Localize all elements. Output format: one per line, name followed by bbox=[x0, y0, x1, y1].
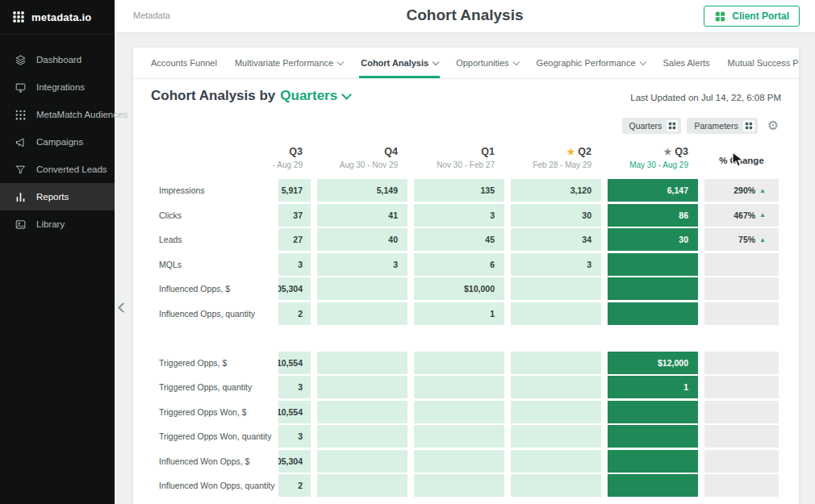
table-row: Triggered Opps Won, $10,554 bbox=[151, 401, 779, 423]
row-label: Influenced Won Opps, $ bbox=[151, 450, 278, 473]
table-cell bbox=[608, 277, 698, 300]
row-label: MQLs bbox=[151, 253, 278, 276]
tab-bar: Accounts FunnelMultivariate PerformanceC… bbox=[133, 48, 799, 79]
sidebar-item-campaigns[interactable]: Campaigns bbox=[0, 128, 115, 156]
table-cell: 3 bbox=[414, 204, 504, 227]
row-label: Clicks bbox=[151, 204, 278, 227]
sidebar-item-library[interactable]: Library bbox=[0, 210, 115, 238]
trend-up-icon: ▲ bbox=[759, 236, 766, 244]
sidebar: metadata.io DashboardIntegrationsMetaMat… bbox=[0, 0, 115, 504]
table-cell bbox=[414, 474, 504, 497]
change-value: 290% bbox=[734, 185, 755, 195]
change-column-header: % Change bbox=[704, 146, 779, 169]
parameters-button[interactable]: Parameters bbox=[687, 118, 757, 134]
cell-value: 3 bbox=[298, 382, 303, 392]
tab-multivariate-performance[interactable]: Multivariate Performance bbox=[235, 48, 343, 78]
report-title-prefix: Cohort Analysis by bbox=[151, 88, 275, 104]
table-cell bbox=[317, 352, 408, 374]
table-row: Clicks374133086467%▲ bbox=[151, 204, 779, 227]
column-quarter-label: Q2 bbox=[578, 146, 591, 157]
table-cell bbox=[608, 450, 698, 473]
tab-opportunities[interactable]: Opportunities bbox=[456, 48, 518, 78]
table-cell bbox=[511, 376, 601, 398]
report-title: Cohort Analysis by Quarters bbox=[151, 88, 350, 104]
table-cell: 1 bbox=[608, 376, 698, 398]
table-cell: 45 bbox=[414, 228, 504, 251]
sidebar-item-converted-leads[interactable]: Converted Leads bbox=[0, 156, 115, 183]
chevron-down-icon bbox=[639, 58, 646, 65]
cell-value: 6,147 bbox=[667, 185, 688, 195]
change-cell bbox=[704, 352, 779, 374]
change-cell bbox=[704, 401, 779, 423]
table-cell: 1 bbox=[414, 302, 504, 325]
view-controls: Quarters Parameters ⚙ bbox=[622, 118, 779, 134]
trend-up-icon: ▲ bbox=[759, 187, 766, 194]
report-card: Accounts FunnelMultivariate PerformanceC… bbox=[133, 48, 799, 504]
client-portal-button[interactable]: Client Portal bbox=[704, 6, 800, 27]
cell-value: 10,554 bbox=[278, 358, 303, 368]
client-portal-label: Client Portal bbox=[732, 10, 789, 22]
tab-accounts-funnel[interactable]: Accounts Funnel bbox=[151, 48, 217, 78]
tab-label: Accounts Funnel bbox=[151, 58, 217, 68]
column-header: Q4Aug 30 - Nov 29 bbox=[317, 146, 408, 169]
tab-label: Cohort Analysis bbox=[361, 58, 428, 68]
table-row: Impressions5,9175,1491353,1206,147290%▲ bbox=[151, 179, 779, 202]
row-label: Influenced Opps, $ bbox=[151, 277, 278, 300]
cell-value: 5,917 bbox=[282, 185, 303, 195]
sidebar-item-dashboard[interactable]: Dashboard bbox=[0, 46, 115, 73]
change-cell: 467%▲ bbox=[704, 204, 779, 227]
table-cell bbox=[414, 352, 504, 374]
cell-value: 34 bbox=[582, 235, 591, 244]
period-select[interactable]: Quarters bbox=[280, 88, 350, 104]
cell-value: 3 bbox=[298, 431, 303, 441]
cell-value: 86 bbox=[679, 210, 688, 220]
column-dates: - Aug 29 bbox=[278, 160, 303, 169]
table-cell bbox=[317, 474, 408, 497]
tab-geographic-performance[interactable]: Geographic Performance bbox=[537, 48, 646, 78]
table-cell: $10,000 bbox=[414, 277, 504, 300]
change-cell: 75%▲ bbox=[704, 228, 779, 251]
table-row: MQLs3363 bbox=[151, 253, 779, 276]
column-header: ★Q2Feb 28 - May 29 bbox=[511, 146, 601, 169]
logo-grid-icon bbox=[12, 10, 25, 23]
column-dates: May 30 - Aug 29 bbox=[608, 160, 688, 169]
table-cell bbox=[608, 474, 698, 497]
row-group-gap bbox=[151, 327, 779, 352]
table-cell bbox=[608, 253, 698, 276]
cell-value: 45 bbox=[485, 235, 495, 244]
table-cell: 34 bbox=[511, 228, 601, 251]
table-row: Triggered Opps, quantity31 bbox=[151, 376, 779, 398]
cell-value: 40 bbox=[388, 235, 398, 244]
table-cell: 6,147 bbox=[608, 179, 698, 202]
tab-mutual-success-plan[interactable]: Mutual Success Plan bbox=[728, 48, 799, 78]
table-cell bbox=[608, 302, 698, 325]
table-cell bbox=[511, 474, 601, 497]
table-cell: 6 bbox=[414, 253, 504, 276]
tab-cohort-analysis[interactable]: Cohort Analysis bbox=[361, 48, 438, 78]
table-cell: 10,554 bbox=[278, 352, 311, 374]
table-cell: 3,120 bbox=[511, 179, 601, 202]
table-cell: 10,554 bbox=[278, 401, 311, 423]
chevron-down-icon bbox=[512, 58, 519, 65]
change-cell bbox=[704, 450, 779, 473]
sidebar-item-metamatch-audiences[interactable]: MetaMatch Audiences bbox=[0, 101, 115, 128]
table-cell: 86 bbox=[608, 204, 698, 227]
change-cell: 290%▲ bbox=[704, 179, 779, 202]
table-cell bbox=[511, 352, 601, 374]
table-cell bbox=[317, 376, 408, 398]
bar-chart-icon bbox=[15, 191, 27, 203]
sidebar-collapse-button[interactable] bbox=[115, 299, 128, 315]
column-quarter-label: Q1 bbox=[481, 146, 495, 157]
quarters-view-button[interactable]: Quarters bbox=[622, 118, 682, 134]
sidebar-item-reports[interactable]: Reports bbox=[0, 183, 115, 210]
sidebar-item-integrations[interactable]: Integrations bbox=[0, 73, 115, 101]
change-cell bbox=[704, 302, 779, 325]
settings-button[interactable]: ⚙ bbox=[767, 119, 779, 132]
change-value: 467% bbox=[734, 210, 755, 220]
cell-value: 30 bbox=[582, 210, 591, 220]
table-cell bbox=[511, 450, 601, 473]
last-updated-text: Last Updated on Jul 14, 22, 6:08 PM bbox=[630, 93, 781, 102]
tab-sales-alerts[interactable]: Sales Alerts bbox=[663, 48, 710, 78]
app-root: { "colors": { "accent": "#16a87c", "side… bbox=[0, 0, 815, 504]
tab-label: Multivariate Performance bbox=[235, 58, 333, 68]
